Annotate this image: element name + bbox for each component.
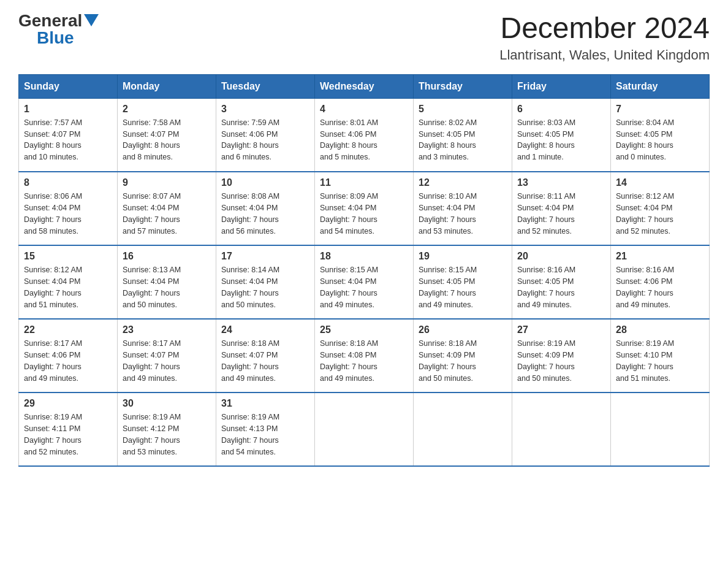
day-number: 14 [616,177,704,188]
table-row: 18 Sunrise: 8:15 AMSunset: 4:04 PMDaylig… [315,245,414,319]
day-info: Sunrise: 8:19 AMSunset: 4:10 PMDaylight:… [616,339,674,382]
day-number: 7 [616,104,704,115]
table-row: 1 Sunrise: 7:57 AMSunset: 4:07 PMDayligh… [19,98,118,172]
day-info: Sunrise: 8:04 AMSunset: 4:05 PMDaylight:… [616,118,674,161]
day-info: Sunrise: 8:12 AMSunset: 4:04 PMDaylight:… [24,266,82,308]
table-row: 30 Sunrise: 8:19 AMSunset: 4:12 PMDaylig… [118,393,216,466]
calendar-week-1: 1 Sunrise: 7:57 AMSunset: 4:07 PMDayligh… [19,98,710,172]
day-info: Sunrise: 8:06 AMSunset: 4:04 PMDaylight:… [24,192,82,235]
day-number: 15 [24,251,112,262]
table-row: 29 Sunrise: 8:19 AMSunset: 4:11 PMDaylig… [19,393,118,466]
day-number: 17 [221,251,309,262]
page-header: General Blue December 2024 Llantrisant, … [18,12,710,63]
day-number: 31 [221,398,309,409]
table-row: 21 Sunrise: 8:16 AMSunset: 4:06 PMDaylig… [611,245,710,319]
day-info: Sunrise: 7:57 AMSunset: 4:07 PMDaylight:… [24,118,82,161]
day-number: 24 [221,324,309,335]
table-row: 25 Sunrise: 8:18 AMSunset: 4:08 PMDaylig… [315,319,414,393]
day-info: Sunrise: 8:10 AMSunset: 4:04 PMDaylight:… [419,192,477,235]
day-number: 13 [517,177,605,188]
day-number: 23 [123,324,211,335]
day-info: Sunrise: 8:02 AMSunset: 4:05 PMDaylight:… [419,118,477,161]
day-info: Sunrise: 8:17 AMSunset: 4:07 PMDaylight:… [123,339,181,382]
day-info: Sunrise: 8:15 AMSunset: 4:05 PMDaylight:… [419,266,477,308]
day-number: 27 [517,324,605,335]
day-number: 20 [517,251,605,262]
day-number: 5 [419,104,507,115]
calendar-title: December 2024 [499,12,710,45]
day-number: 9 [123,177,211,188]
logo-triangle-icon [84,14,99,26]
calendar-subtitle: Llantrisant, Wales, United Kingdom [499,47,710,63]
day-info: Sunrise: 8:11 AMSunset: 4:04 PMDaylight:… [517,192,575,235]
day-info: Sunrise: 8:03 AMSunset: 4:05 PMDaylight:… [517,118,575,161]
table-row: 22 Sunrise: 8:17 AMSunset: 4:06 PMDaylig… [19,319,118,393]
logo: General Blue [18,12,99,47]
col-wednesday: Wednesday [315,74,414,98]
day-number: 19 [419,251,507,262]
table-row: 8 Sunrise: 8:06 AMSunset: 4:04 PMDayligh… [19,172,118,245]
table-row: 10 Sunrise: 8:08 AMSunset: 4:04 PMDaylig… [216,172,315,245]
table-row: 20 Sunrise: 8:16 AMSunset: 4:05 PMDaylig… [512,245,611,319]
table-row: 31 Sunrise: 8:19 AMSunset: 4:13 PMDaylig… [216,393,315,466]
table-row: 2 Sunrise: 7:58 AMSunset: 4:07 PMDayligh… [118,98,216,172]
day-number: 3 [221,104,309,115]
day-number: 22 [24,324,112,335]
day-info: Sunrise: 8:19 AMSunset: 4:09 PMDaylight:… [517,339,575,382]
table-row [512,393,611,466]
day-info: Sunrise: 8:07 AMSunset: 4:04 PMDaylight:… [123,192,181,235]
day-info: Sunrise: 8:19 AMSunset: 4:12 PMDaylight:… [123,413,181,456]
day-info: Sunrise: 8:12 AMSunset: 4:04 PMDaylight:… [616,192,674,235]
day-info: Sunrise: 8:15 AMSunset: 4:04 PMDaylight:… [320,266,378,308]
day-number: 10 [221,177,309,188]
day-number: 29 [24,398,112,409]
day-info: Sunrise: 8:14 AMSunset: 4:04 PMDaylight:… [221,266,279,308]
table-row: 12 Sunrise: 8:10 AMSunset: 4:04 PMDaylig… [414,172,512,245]
calendar-week-4: 22 Sunrise: 8:17 AMSunset: 4:06 PMDaylig… [19,319,710,393]
day-info: Sunrise: 8:19 AMSunset: 4:13 PMDaylight:… [221,413,279,456]
day-info: Sunrise: 8:16 AMSunset: 4:05 PMDaylight:… [517,266,575,308]
calendar-week-2: 8 Sunrise: 8:06 AMSunset: 4:04 PMDayligh… [19,172,710,245]
day-number: 26 [419,324,507,335]
day-info: Sunrise: 8:18 AMSunset: 4:09 PMDaylight:… [419,339,477,382]
table-row: 11 Sunrise: 8:09 AMSunset: 4:04 PMDaylig… [315,172,414,245]
day-info: Sunrise: 8:19 AMSunset: 4:11 PMDaylight:… [24,413,82,456]
table-row: 13 Sunrise: 8:11 AMSunset: 4:04 PMDaylig… [512,172,611,245]
logo-blue-text: Blue [37,29,74,47]
day-info: Sunrise: 8:09 AMSunset: 4:04 PMDaylight:… [320,192,378,235]
day-number: 18 [320,251,408,262]
table-row: 9 Sunrise: 8:07 AMSunset: 4:04 PMDayligh… [118,172,216,245]
table-row [414,393,512,466]
calendar-table: Sunday Monday Tuesday Wednesday Thursday… [18,74,710,467]
table-row: 5 Sunrise: 8:02 AMSunset: 4:05 PMDayligh… [414,98,512,172]
day-info: Sunrise: 7:58 AMSunset: 4:07 PMDaylight:… [123,118,181,161]
day-info: Sunrise: 8:18 AMSunset: 4:07 PMDaylight:… [221,339,279,382]
table-row: 24 Sunrise: 8:18 AMSunset: 4:07 PMDaylig… [216,319,315,393]
day-number: 6 [517,104,605,115]
day-number: 8 [24,177,112,188]
col-friday: Friday [512,74,611,98]
day-info: Sunrise: 8:08 AMSunset: 4:04 PMDaylight:… [221,192,279,235]
day-number: 12 [419,177,507,188]
calendar-week-3: 15 Sunrise: 8:12 AMSunset: 4:04 PMDaylig… [19,245,710,319]
day-info: Sunrise: 8:16 AMSunset: 4:06 PMDaylight:… [616,266,674,308]
calendar-header: Sunday Monday Tuesday Wednesday Thursday… [19,74,710,98]
day-info: Sunrise: 7:59 AMSunset: 4:06 PMDaylight:… [221,118,279,161]
day-number: 16 [123,251,211,262]
table-row: 7 Sunrise: 8:04 AMSunset: 4:05 PMDayligh… [611,98,710,172]
table-row: 14 Sunrise: 8:12 AMSunset: 4:04 PMDaylig… [611,172,710,245]
table-row: 4 Sunrise: 8:01 AMSunset: 4:06 PMDayligh… [315,98,414,172]
table-row: 23 Sunrise: 8:17 AMSunset: 4:07 PMDaylig… [118,319,216,393]
day-number: 2 [123,104,211,115]
day-number: 30 [123,398,211,409]
col-tuesday: Tuesday [216,74,315,98]
day-info: Sunrise: 8:01 AMSunset: 4:06 PMDaylight:… [320,118,378,161]
day-info: Sunrise: 8:13 AMSunset: 4:04 PMDaylight:… [123,266,181,308]
table-row [315,393,414,466]
title-section: December 2024 Llantrisant, Wales, United… [499,12,710,63]
calendar-body: 1 Sunrise: 7:57 AMSunset: 4:07 PMDayligh… [19,98,710,466]
calendar-week-5: 29 Sunrise: 8:19 AMSunset: 4:11 PMDaylig… [19,393,710,466]
day-number: 25 [320,324,408,335]
table-row: 16 Sunrise: 8:13 AMSunset: 4:04 PMDaylig… [118,245,216,319]
col-saturday: Saturday [611,74,710,98]
